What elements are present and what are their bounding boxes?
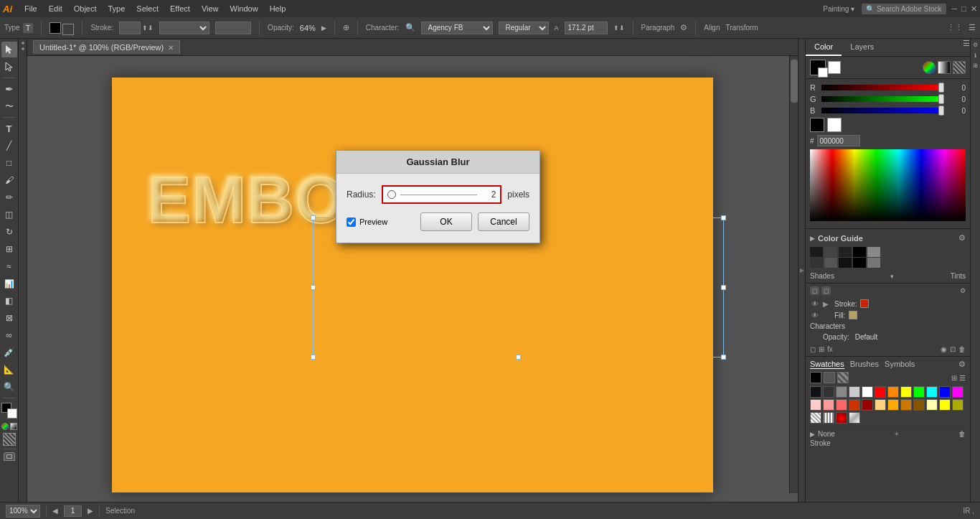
menu-edit[interactable]: Edit xyxy=(44,3,67,14)
document-tab[interactable]: Untitled-1* @ 100% (RGB/Preview) ✕ xyxy=(33,40,180,54)
copy-icon[interactable]: ⊡ xyxy=(950,345,956,353)
panel-gradient-mode[interactable] xyxy=(938,61,951,74)
panel-color-mode[interactable] xyxy=(923,61,936,74)
gs-5[interactable] xyxy=(839,247,852,257)
type-tool[interactable]: T xyxy=(1,121,17,136)
fill-eye[interactable]: 👁 xyxy=(810,312,820,319)
white-swatch[interactable] xyxy=(827,118,842,132)
menu-window[interactable]: Window xyxy=(225,3,263,14)
color-icon[interactable] xyxy=(1,423,9,430)
panel-gear-icon[interactable]: ☰ xyxy=(963,39,970,56)
symbols-tab[interactable]: Symbols xyxy=(885,360,915,369)
sw-23[interactable] xyxy=(939,399,951,411)
direct-select-tool[interactable] xyxy=(1,59,17,75)
scroll-thumb[interactable] xyxy=(791,60,798,103)
color-guide-gear[interactable]: ⚙ xyxy=(958,233,966,243)
minimize-btn[interactable]: ─ xyxy=(952,4,958,13)
color-spectrum[interactable] xyxy=(810,149,966,221)
shades-arrow[interactable]: ▾ xyxy=(890,273,894,280)
appearance-options[interactable]: ⚙ xyxy=(960,287,966,294)
canvas-container[interactable]: EMBOSSED xyxy=(27,56,798,502)
blue-slider[interactable] xyxy=(821,108,941,113)
gs-3[interactable] xyxy=(824,247,837,257)
sw-4[interactable] xyxy=(849,386,860,398)
blend-tool[interactable]: ∞ xyxy=(1,327,17,343)
sw-options-icon[interactable]: ⊞ xyxy=(951,374,957,382)
page-prev[interactable]: ◀ xyxy=(52,507,58,515)
warp-tool[interactable]: ≈ xyxy=(1,258,17,274)
radius-slider-line[interactable] xyxy=(400,195,478,195)
sw-gray[interactable] xyxy=(824,372,835,383)
artboard-tool[interactable] xyxy=(4,452,15,461)
sw-expand[interactable]: ▶ xyxy=(810,431,815,438)
sw-pattern-3[interactable] xyxy=(836,412,847,424)
close-tab-btn[interactable]: ✕ xyxy=(168,44,174,52)
stroke-swatch[interactable] xyxy=(860,299,869,308)
fx-label[interactable]: fx xyxy=(827,345,833,353)
sw-list-icon[interactable]: ☰ xyxy=(959,374,966,382)
sw-5[interactable] xyxy=(862,386,873,398)
black-swatch[interactable] xyxy=(810,118,824,132)
radius-slider-thumb[interactable] xyxy=(387,190,396,199)
handle-br[interactable] xyxy=(721,355,726,360)
handle-bm[interactable] xyxy=(516,355,521,360)
sw-7[interactable] xyxy=(887,386,899,398)
paintbrush-tool[interactable]: 🖌 xyxy=(1,172,17,188)
line-tool[interactable]: ╱ xyxy=(1,138,17,154)
stroke-eye[interactable]: 👁 xyxy=(810,300,820,308)
sw-16[interactable] xyxy=(849,399,860,411)
zoom-tool[interactable]: 🔍 xyxy=(1,379,17,395)
shape-tool[interactable]: □ xyxy=(1,155,17,171)
handle-bl[interactable] xyxy=(311,355,316,360)
sw-20[interactable] xyxy=(900,399,912,411)
workspace-selector[interactable]: Painting ▾ xyxy=(823,5,854,13)
mesh-tool[interactable]: ⊠ xyxy=(1,310,17,326)
zoom-select[interactable]: 100% xyxy=(6,505,40,518)
appearance-icon2[interactable]: ◻ xyxy=(821,286,831,295)
measure-tool[interactable]: 📐 xyxy=(1,362,17,378)
pen-tool[interactable]: ✒ xyxy=(1,81,17,97)
more-options-icon[interactable]: ☰ xyxy=(969,23,976,32)
cancel-button[interactable]: Cancel xyxy=(478,212,529,231)
gs-7[interactable] xyxy=(853,247,866,257)
brushes-tab[interactable]: Brushes xyxy=(850,360,879,369)
search-stock[interactable]: 🔍 Search Adobe Stock xyxy=(862,4,946,14)
gs-8[interactable] xyxy=(853,258,866,268)
delete-icon[interactable]: 🗑 xyxy=(958,345,966,353)
page-input[interactable] xyxy=(64,505,82,517)
gs-6[interactable] xyxy=(839,258,852,268)
menu-effect[interactable]: Effect xyxy=(165,3,195,14)
appearance-icon1[interactable]: ◻ xyxy=(810,286,819,295)
sw-8[interactable] xyxy=(900,386,912,398)
stroke-arrows[interactable]: ⬆⬇ xyxy=(142,24,154,32)
gs-9[interactable] xyxy=(867,247,880,257)
select-tool[interactable] xyxy=(1,42,17,57)
hex-input[interactable] xyxy=(817,135,860,146)
menu-help[interactable]: Help xyxy=(265,3,291,14)
sw-6[interactable] xyxy=(875,386,886,398)
stroke-expand[interactable]: ▶ xyxy=(823,300,831,308)
tab-color[interactable]: Color xyxy=(806,39,842,56)
sw-pattern-1[interactable] xyxy=(810,412,821,424)
opacity-arrow[interactable]: ▶ xyxy=(321,24,326,32)
sw-1[interactable] xyxy=(810,386,821,398)
scale-tool[interactable]: ⊞ xyxy=(1,241,17,257)
canvas-scrollbar[interactable] xyxy=(789,56,798,493)
menu-select[interactable]: Select xyxy=(131,3,164,14)
sw-14[interactable] xyxy=(823,399,834,411)
gradient-tool[interactable]: ◧ xyxy=(1,293,17,309)
sw-pattern[interactable] xyxy=(837,372,849,383)
close-btn[interactable]: ✕ xyxy=(971,4,977,14)
fill-swatch[interactable] xyxy=(849,311,857,319)
sw-black[interactable] xyxy=(810,372,821,383)
sw-3[interactable] xyxy=(836,386,847,398)
visibility-icon[interactable]: ◻ xyxy=(810,345,816,353)
sw-24[interactable] xyxy=(952,399,963,411)
handle-tl[interactable] xyxy=(311,215,316,220)
font-size-input[interactable] xyxy=(565,22,608,34)
gs-1[interactable] xyxy=(810,247,823,257)
menu-view[interactable]: View xyxy=(197,3,224,14)
handle-ml[interactable] xyxy=(311,285,316,290)
fill-stroke-swatches[interactable] xyxy=(1,403,17,419)
sw-22[interactable] xyxy=(926,399,938,411)
